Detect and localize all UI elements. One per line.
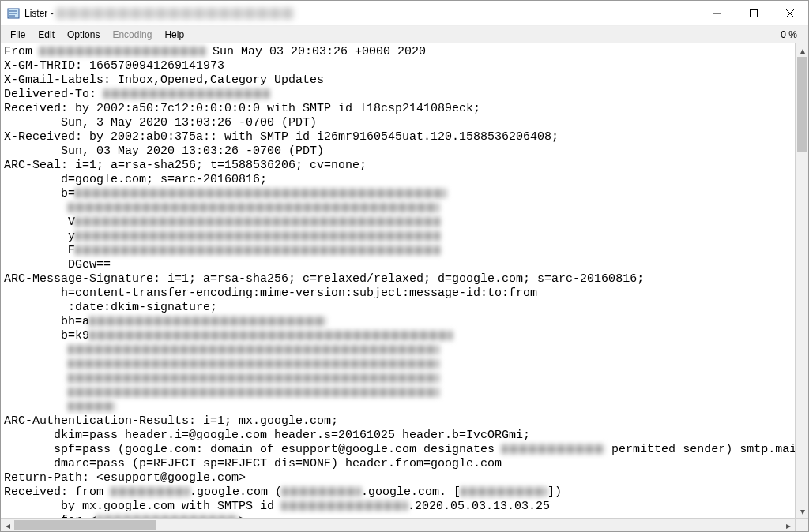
minimize-button[interactable] <box>699 1 736 26</box>
redacted <box>75 217 440 227</box>
app-title: Lister - <box>24 8 54 19</box>
menubar: File Edit Options Encoding Help 0 % <box>1 26 808 43</box>
redacted <box>461 487 547 496</box>
horizontal-scrollbar[interactable]: ◂ ▸ <box>1 518 795 531</box>
menu-help[interactable]: Help <box>158 28 190 42</box>
menu-options[interactable]: Options <box>61 28 106 42</box>
menu-encoding: Encoding <box>106 28 158 42</box>
text-content[interactable]: From Sun May 03 20:03:26 +0000 2020 X-GM… <box>1 43 795 518</box>
redacted <box>75 245 440 255</box>
redacted <box>40 47 205 56</box>
vertical-scrollbar[interactable]: ▴ ▾ <box>795 43 808 518</box>
redacted <box>68 402 115 411</box>
progress-label: 0 % <box>781 29 805 40</box>
scroll-left-icon[interactable]: ◂ <box>1 519 14 532</box>
redacted <box>68 345 439 354</box>
redacted <box>103 89 269 99</box>
window-controls <box>699 1 808 25</box>
scroll-right-icon[interactable]: ▸ <box>781 519 795 532</box>
redacted <box>111 487 190 496</box>
redacted <box>75 231 440 241</box>
titlebar-redacted-path <box>57 8 294 19</box>
scroll-corner <box>795 518 808 531</box>
svg-rect-5 <box>751 10 758 17</box>
vscroll-thumb[interactable] <box>797 57 807 152</box>
close-button[interactable] <box>772 1 808 26</box>
titlebar: Lister - <box>1 1 808 26</box>
hscroll-track[interactable] <box>14 519 781 531</box>
app-icon <box>7 7 20 20</box>
menu-edit[interactable]: Edit <box>32 28 61 42</box>
redacted <box>68 359 439 369</box>
redacted <box>281 501 408 511</box>
redacted <box>282 487 361 496</box>
redacted <box>75 189 446 198</box>
vscroll-track[interactable] <box>796 57 808 504</box>
redacted <box>68 203 439 212</box>
redacted <box>89 317 326 326</box>
content-wrap: From Sun May 03 20:03:26 +0000 2020 X-GM… <box>1 43 808 518</box>
redacted <box>68 373 439 383</box>
redacted <box>89 331 453 340</box>
scroll-up-icon[interactable]: ▴ <box>796 43 808 57</box>
hscroll-thumb[interactable] <box>14 520 156 530</box>
scroll-down-icon[interactable]: ▾ <box>796 504 808 518</box>
menu-file[interactable]: File <box>4 28 32 42</box>
redacted <box>96 515 239 518</box>
bottom-scroll-row: ◂ ▸ <box>1 518 808 531</box>
maximize-button[interactable] <box>736 1 772 26</box>
redacted <box>68 388 439 397</box>
redacted <box>502 444 604 454</box>
